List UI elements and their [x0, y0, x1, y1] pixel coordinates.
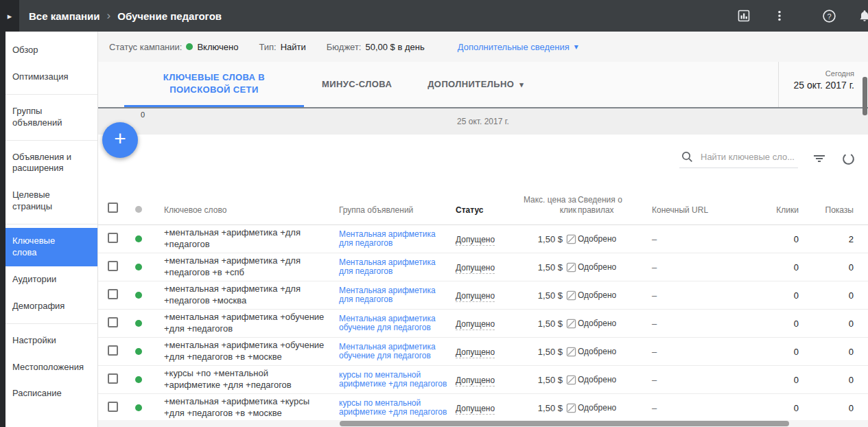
ad-group-link[interactable]: Ментальная арифметика для педагогов [339, 230, 449, 248]
clicks-value: 0 [740, 262, 800, 273]
status-column-dot-icon [135, 206, 142, 213]
main-content: Статус кампании: Включено Тип: Найти Бюд… [98, 32, 868, 427]
select-all-checkbox[interactable] [108, 203, 118, 213]
header-clicks[interactable]: Клики [740, 205, 800, 216]
campaign-type-value: Найти [281, 42, 306, 52]
campaign-status: Статус кампании: Включено [109, 42, 238, 52]
ad-group-link[interactable]: Ментальная арифметика обучение для педаг… [339, 314, 449, 332]
final-url: – [652, 403, 740, 413]
breadcrumb-campaign-name: Обучение педагогов [117, 10, 222, 22]
add-keyword-button[interactable]: + [102, 122, 138, 158]
row-checkbox[interactable] [108, 317, 118, 327]
keyword-text: +ментальная +арифметика +обучение +для +… [164, 340, 339, 363]
notifications-bell-icon[interactable] [857, 8, 868, 23]
keyword-status-dot [135, 348, 142, 355]
reports-icon[interactable] [736, 8, 751, 23]
breadcrumb-all-campaigns[interactable]: Все кампании [29, 10, 100, 22]
max-cpc-value[interactable]: 1,50 $ [538, 319, 563, 329]
svg-text:?: ? [827, 12, 831, 20]
table-row[interactable]: +ментальная +арифметика +для +педагогов … [98, 253, 868, 281]
sidebar-item-landing-pages[interactable]: Целевые страницы [5, 182, 97, 220]
sidebar-item-ad-groups[interactable]: Группы объявлений [5, 98, 97, 137]
approval-status[interactable]: Допущено [456, 291, 495, 302]
keyword-text: +ментальная +арифметика +для +педагогов … [164, 284, 339, 307]
table-row[interactable]: +ментальная +арифметика +для +педагогов … [98, 225, 868, 253]
sidebar-item-demographics[interactable]: Демография [5, 293, 97, 320]
sidebar-item-keywords[interactable]: Ключевые слова [5, 228, 97, 266]
tab-search-keywords[interactable]: КЛЮЧЕВЫЕ СЛОВА В ПОИСКОВОЙ СЕТИ [124, 62, 304, 107]
search-input[interactable] [701, 152, 798, 162]
header-impressions[interactable]: Показы [800, 205, 855, 216]
keyword-text: +ментальная +арифметика +обучение +для +… [164, 312, 339, 335]
header-policy[interactable]: Сведения о правилах [578, 195, 652, 216]
sidebar-divider [5, 323, 97, 324]
horizontal-scrollbar-thumb[interactable] [340, 421, 789, 426]
row-checkbox[interactable] [108, 289, 118, 299]
breadcrumb-separator-icon: › [107, 9, 111, 23]
sidebar-item-audiences[interactable]: Аудитории [5, 266, 97, 293]
table-row[interactable]: +ментальная +арифметика +курсы +для +пед… [98, 394, 868, 422]
header-ad-group[interactable]: Группа объявлений [339, 205, 456, 216]
max-cpc-value[interactable]: 1,50 $ [538, 375, 563, 385]
table-row[interactable]: +ментальная +арифметика +обучение +для +… [98, 338, 868, 366]
table-toolbar [98, 135, 868, 183]
max-cpc-value[interactable]: 1,50 $ [538, 403, 563, 413]
row-checkbox[interactable] [108, 402, 118, 412]
bid-strategy-icon [566, 347, 576, 357]
header-final-url[interactable]: Конечный URL [652, 205, 740, 216]
max-cpc-value[interactable]: 1,50 $ [538, 290, 563, 301]
keyword-status-dot [135, 376, 142, 383]
ad-group-link[interactable]: курсы по ментальной арифметике +для педа… [339, 371, 449, 389]
sidebar-item-ads-extensions[interactable]: Объявления и расширения [5, 144, 97, 183]
app-root: ▸ Все кампании › Обучение педагогов ? Об… [0, 0, 868, 427]
approval-status[interactable]: Допущено [456, 404, 495, 415]
help-icon[interactable]: ? [821, 8, 836, 23]
tab-negative-keywords[interactable]: МИНУС-СЛОВА [304, 62, 410, 107]
tab-more[interactable]: ДОПОЛНИТЕЛЬНО ▾ [410, 62, 541, 107]
search-icon[interactable] [679, 149, 694, 164]
row-checkbox[interactable] [108, 261, 118, 271]
additional-details-link[interactable]: Дополнительные сведения ▾ [458, 42, 578, 52]
header-max-cpc[interactable]: Макс. цена за клик [509, 195, 578, 216]
table-row[interactable]: +курсы +по +ментальной +арифметике +для … [98, 366, 868, 394]
ad-group-link[interactable]: Ментальная арифметика для педагогов [339, 286, 449, 304]
approval-status[interactable]: Допущено [456, 263, 495, 274]
row-checkbox[interactable] [108, 345, 118, 356]
header-status[interactable]: Статус [456, 205, 509, 216]
ad-group-link[interactable]: Ментальная арифметика для педагогов [339, 258, 449, 276]
refresh-icon[interactable] [841, 151, 856, 166]
max-cpc-value[interactable]: 1,50 $ [538, 262, 563, 273]
ad-group-link[interactable]: Ментальная арифметика обучение для педаг… [339, 343, 449, 360]
approval-status[interactable]: Допущено [456, 376, 495, 386]
row-checkbox[interactable] [108, 233, 118, 243]
sidebar-item-overview[interactable]: Обзор [5, 37, 97, 64]
sidebar-item-schedule[interactable]: Расписание [5, 380, 97, 407]
approval-status[interactable]: Допущено [456, 319, 495, 330]
max-cpc-value[interactable]: 1,50 $ [538, 347, 563, 357]
filter-icon[interactable] [812, 151, 827, 166]
approval-status[interactable]: Допущено [456, 347, 495, 358]
final-url: – [652, 290, 740, 301]
policy-status: Одобрено [578, 234, 652, 244]
keyword-status-dot [135, 264, 142, 270]
table-row[interactable]: +ментальная +арифметика +для +педагогов … [98, 281, 868, 310]
date-range-selector[interactable]: Сегодня 25 окт. 2017 г. [778, 62, 868, 107]
campaign-budget: Бюджет: 50,00 $ в день [327, 42, 425, 52]
table-row[interactable]: +ментальная +арифметика +обучение +для +… [98, 310, 868, 338]
sidebar-item-optimization[interactable]: Оптимизация [5, 64, 97, 91]
horizontal-scrollbar-track [98, 420, 868, 427]
approval-status[interactable]: Допущено [456, 235, 495, 246]
sidebar-item-settings[interactable]: Настройки [5, 327, 97, 354]
header-keyword[interactable]: Ключевое слово [164, 205, 339, 216]
more-menu-icon[interactable] [772, 8, 787, 23]
sidebar-toggle[interactable]: ▸ [0, 0, 19, 32]
ad-group-link[interactable]: курсы по ментальной арифметике +для педа… [339, 399, 449, 417]
impressions-value: 2 [800, 234, 855, 244]
policy-status: Одобрено [578, 319, 652, 328]
sidebar-item-locations[interactable]: Местоположения [5, 354, 97, 381]
campaign-status-bar: Статус кампании: Включено Тип: Найти Бюд… [98, 32, 868, 62]
vertical-scrollbar-thumb[interactable] [863, 77, 867, 115]
row-checkbox[interactable] [108, 373, 118, 384]
table-body: +ментальная +арифметика +для +педагогов … [98, 225, 868, 422]
max-cpc-value[interactable]: 1,50 $ [538, 234, 563, 244]
